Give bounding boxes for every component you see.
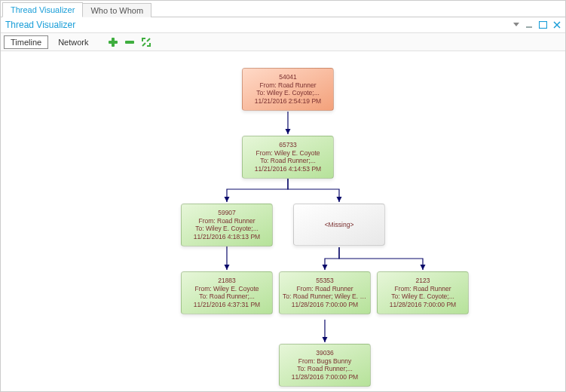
node-id: 65733 bbox=[246, 141, 330, 149]
svg-rect-1 bbox=[540, 22, 547, 29]
node-id: 55353 bbox=[283, 277, 367, 285]
node-ts: 11/28/2016 7:00:00 PM bbox=[381, 301, 465, 309]
panel-title: Thread Visualizer bbox=[5, 20, 75, 30]
network-button[interactable]: Network bbox=[51, 35, 95, 49]
maximize-icon[interactable] bbox=[539, 21, 547, 29]
close-icon[interactable] bbox=[553, 21, 561, 29]
node-ts: 11/28/2016 7:00:00 PM bbox=[283, 301, 367, 309]
node[interactable]: 39036 From: Bugs Bunny To: Road Runner;.… bbox=[279, 344, 371, 387]
tab-who-to-whom[interactable]: Who to Whom bbox=[82, 3, 151, 17]
node-from: From: Road Runner bbox=[185, 217, 269, 225]
node-root[interactable]: 54041 From: Road Runner To: Wiley E. Coy… bbox=[242, 68, 334, 111]
node-from: From: Wiley E. Coyote bbox=[185, 285, 269, 293]
svg-rect-4 bbox=[125, 41, 134, 44]
node-id: 54041 bbox=[246, 73, 330, 81]
svg-rect-3 bbox=[109, 41, 118, 44]
node-label: <Missing> bbox=[325, 221, 354, 229]
node-ts: 11/21/2016 4:37:31 PM bbox=[185, 301, 269, 309]
node[interactable]: 59907 From: Road Runner To: Wiley E. Coy… bbox=[181, 204, 273, 247]
node[interactable]: 55353 From: Road Runner To: Road Runner;… bbox=[279, 271, 371, 314]
node-to: To: Wiley E. Coyote;... bbox=[246, 89, 330, 97]
node[interactable]: 21883 From: Wiley E. Coyote To: Road Run… bbox=[181, 271, 273, 314]
node[interactable]: 2123 From: Road Runner To: Wiley E. Coyo… bbox=[377, 271, 469, 314]
node-id: 21883 bbox=[185, 277, 269, 285]
dropdown-icon[interactable] bbox=[513, 23, 519, 27]
toolbar: Timeline Network bbox=[1, 33, 565, 51]
node-from: From: Wiley E. Coyote bbox=[246, 149, 330, 158]
node-id: 59907 bbox=[185, 209, 269, 217]
fit-icon[interactable] bbox=[139, 36, 153, 48]
add-icon[interactable] bbox=[106, 36, 120, 48]
timeline-button[interactable]: Timeline bbox=[4, 35, 48, 49]
minimize-icon[interactable] bbox=[525, 21, 533, 29]
node-to: To: Road Runner; Wiley E. Coyote;... bbox=[283, 292, 367, 301]
tab-thread-visualizer[interactable]: Thread Visualizer bbox=[2, 2, 83, 17]
node-to: To: Wiley E. Coyote;... bbox=[185, 225, 269, 233]
node-from: From: Road Runner bbox=[246, 81, 330, 90]
node-to: To: Wiley E. Coyote;... bbox=[381, 292, 465, 301]
node-ts: 11/21/2016 4:14:53 PM bbox=[246, 165, 330, 173]
node-from: From: Road Runner bbox=[283, 285, 367, 293]
main-tab-bar: Thread Visualizer Who to Whom bbox=[1, 1, 565, 17]
node-ts: 11/21/2016 2:54:19 PM bbox=[246, 97, 330, 106]
graph-canvas[interactable]: 54041 From: Road Runner To: Wiley E. Coy… bbox=[1, 51, 565, 389]
remove-icon[interactable] bbox=[123, 36, 136, 48]
node-missing[interactable]: <Missing> bbox=[293, 204, 385, 246]
node[interactable]: 65733 From: Wiley E. Coyote To: Road Run… bbox=[242, 136, 334, 179]
node-to: To: Road Runner;... bbox=[185, 292, 269, 301]
svg-rect-0 bbox=[526, 26, 532, 28]
node-ts: 11/21/2016 4:18:13 PM bbox=[185, 233, 269, 241]
window-controls bbox=[513, 21, 561, 29]
node-to: To: Road Runner;... bbox=[283, 365, 367, 373]
node-ts: 11/28/2016 7:00:00 PM bbox=[283, 373, 367, 381]
panel-header: Thread Visualizer bbox=[1, 17, 565, 33]
node-to: To: Road Runner;... bbox=[246, 157, 330, 165]
node-from: From: Road Runner bbox=[381, 285, 465, 293]
node-from: From: Bugs Bunny bbox=[283, 357, 367, 366]
node-id: 39036 bbox=[283, 349, 367, 357]
node-id: 2123 bbox=[381, 277, 465, 285]
